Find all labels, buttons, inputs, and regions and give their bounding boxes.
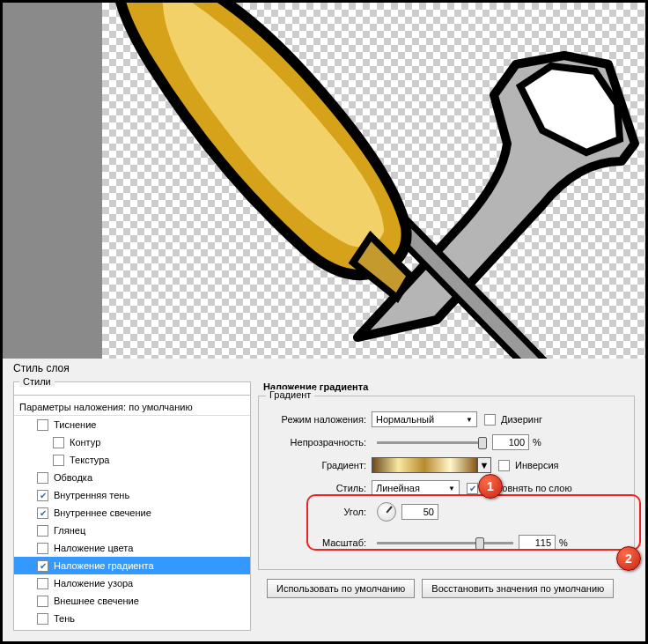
blend-mode-label: Режим наложения:	[268, 414, 372, 425]
gradient-fieldset: Градиент Режим наложения: Нормальный▼ Ди…	[258, 396, 635, 570]
scale-slider[interactable]	[377, 542, 513, 544]
style-stroke[interactable]: Обводка	[14, 469, 250, 486]
reset-default-button[interactable]: Восстановить значения по умолчанию	[422, 579, 614, 598]
section-title: Наложение градиента	[263, 381, 635, 392]
fieldset-legend: Градиент	[266, 389, 314, 400]
style-gradient-overlay[interactable]: Наложение градиента	[14, 557, 250, 574]
gradient-dropdown[interactable]: ▼	[477, 457, 491, 473]
blend-mode-select[interactable]: Нормальный▼	[372, 411, 477, 427]
checkbox-icon[interactable]	[53, 437, 64, 448]
style-bevel[interactable]: Тиснение	[14, 416, 250, 433]
checkbox-icon	[498, 460, 510, 471]
gradient-label: Градиент:	[268, 460, 372, 470]
style-inner-glow[interactable]: Внутреннее свечение	[14, 504, 250, 522]
style-pattern-overlay[interactable]: Наложение узора	[14, 574, 250, 592]
angle-dial[interactable]	[377, 502, 396, 522]
checkbox-icon[interactable]	[37, 578, 48, 589]
chevron-down-icon: ▼	[480, 460, 490, 470]
reverse-checkbox[interactable]: Инверсия	[498, 460, 559, 471]
styles-panel-header: Стили	[19, 376, 55, 387]
checkbox-icon[interactable]	[37, 543, 48, 554]
checkbox-icon[interactable]	[53, 455, 64, 466]
make-default-button[interactable]: Использовать по умолчанию	[267, 579, 415, 598]
checkbox-icon[interactable]	[37, 419, 48, 431]
style-outer-glow[interactable]: Внешнее свечение	[14, 592, 250, 610]
style-select[interactable]: Линейная▼	[372, 480, 460, 496]
dither-checkbox[interactable]: Дизеринг	[484, 414, 542, 426]
angle-input[interactable]	[401, 504, 438, 520]
style-satin[interactable]: Глянец	[14, 522, 250, 539]
opacity-input[interactable]	[492, 434, 529, 450]
scale-input[interactable]	[519, 535, 556, 551]
checkbox-icon	[467, 483, 478, 494]
checkbox-icon[interactable]	[37, 613, 48, 625]
opacity-label: Непрозрачность:	[268, 437, 372, 448]
chevron-down-icon: ▼	[448, 485, 455, 492]
checkbox-icon[interactable]	[37, 507, 48, 519]
opacity-slider[interactable]	[377, 441, 487, 444]
style-contour[interactable]: Контур	[14, 433, 250, 451]
checkbox-icon[interactable]	[37, 472, 48, 484]
checkbox-icon	[484, 414, 496, 426]
align-checkbox[interactable]: Выровнять по слою	[467, 483, 572, 494]
angle-label: Угол:	[268, 507, 372, 517]
gradient-preview[interactable]	[372, 457, 477, 473]
style-drop-shadow[interactable]: Тень	[14, 610, 250, 627]
dialog-title: Стиль слоя	[3, 359, 645, 381]
scale-label: Масштаб:	[268, 537, 372, 548]
style-blending-options[interactable]: Параметры наложения: по умолчанию	[14, 398, 250, 416]
style-label: Стиль:	[268, 483, 372, 493]
chevron-down-icon: ▼	[466, 416, 473, 424]
checkbox-icon[interactable]	[37, 490, 48, 501]
canvas-area	[102, 3, 645, 359]
checkbox-icon[interactable]	[37, 596, 48, 607]
style-inner-shadow[interactable]: Внутренняя тень	[14, 486, 250, 504]
style-texture[interactable]: Текстура	[14, 451, 250, 469]
checkbox-icon[interactable]	[37, 525, 48, 537]
style-color-overlay[interactable]: Наложение цвета	[14, 539, 250, 557]
checkbox-icon[interactable]	[37, 560, 48, 572]
